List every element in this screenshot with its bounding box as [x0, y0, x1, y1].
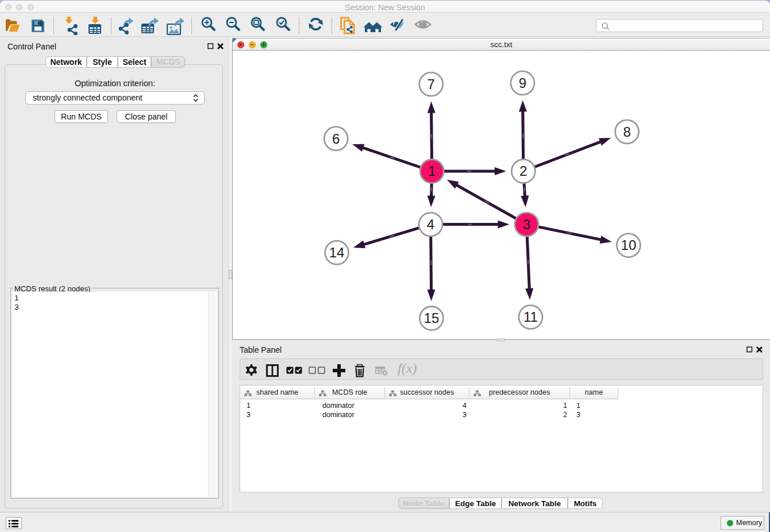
svg-text:1: 1: [428, 163, 436, 179]
svg-text:14: 14: [329, 245, 345, 260]
svg-text:2: 2: [519, 163, 527, 179]
svg-text:4: 4: [427, 217, 434, 232]
svg-text:10: 10: [621, 237, 637, 253]
svg-text:7: 7: [428, 76, 435, 92]
svg-text:15: 15: [424, 310, 440, 326]
svg-text:9: 9: [519, 75, 526, 91]
svg-text:11: 11: [523, 309, 538, 325]
svg-text:3: 3: [523, 217, 530, 232]
svg-text:8: 8: [623, 124, 630, 140]
svg-text:6: 6: [332, 131, 340, 147]
